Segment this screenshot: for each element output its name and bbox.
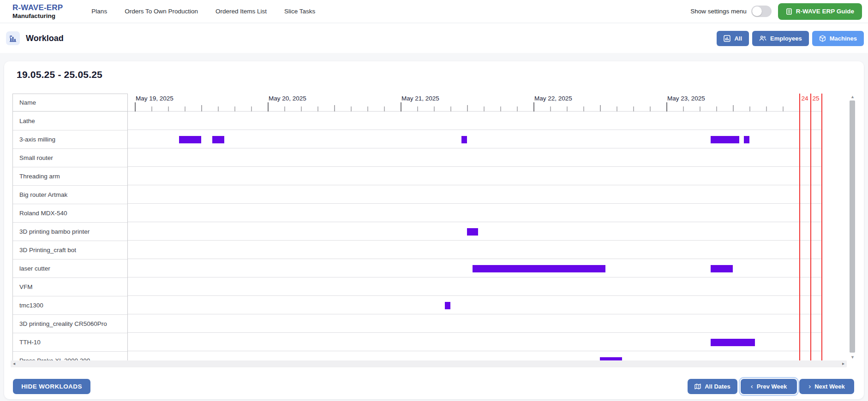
timeline-tick [716,106,717,112]
cube-icon [819,35,826,42]
scroll-down-arrow[interactable]: ▼ [848,355,857,360]
timeline-tick [367,106,368,112]
timeline-row [128,314,822,333]
timeline-row [128,148,822,167]
timeline-tick [517,106,518,112]
nav-item-orders-to-own-production[interactable]: Orders To Own Production [125,8,198,15]
view-button-machines[interactable]: Machines [812,31,864,46]
hide-workloads-button[interactable]: HIDE WORKLOADS [13,379,90,394]
brand-title: R-WAVE-ERP [12,3,63,12]
timeline-tick [201,105,202,112]
timeline-row [128,112,822,130]
horizontal-scrollbar[interactable]: ◂ ▸ [11,360,847,367]
timeline-tick [251,106,252,112]
timeline-tick [583,106,584,112]
erp-guide-button[interactable]: R-WAVE ERP Guide [778,3,862,20]
gantt-chart: Name Lathe3-axis millingSmall routerThre… [12,94,857,360]
gantt-bar[interactable] [445,302,450,309]
date-range-heading: 19.05.25 - 25.05.25 [17,69,102,80]
timeline-tick [135,102,136,112]
gantt-bar[interactable] [711,339,755,346]
nav-item-plans[interactable]: Plans [91,8,107,15]
timeline-tick [666,102,667,112]
nav-item-ordered-items-list[interactable]: Ordered Items List [216,8,267,15]
gantt-bar[interactable] [473,265,605,272]
prev-week-label: Prev Week [757,383,787,390]
gantt-bar[interactable] [744,136,749,143]
name-column-header: Name [13,94,127,112]
book-icon [786,8,792,15]
workload-toolbar: Workload AllEmployeesMachines [0,24,868,53]
erp-guide-button-label: R-WAVE ERP Guide [796,8,854,15]
timeline-tick [467,105,468,112]
gantt-bar[interactable] [711,136,739,143]
chevron-left-icon: ‹ [751,383,753,389]
next-week-button[interactable]: › Next Week [799,379,854,394]
prev-week-button[interactable]: ‹ Prev Week [741,379,797,394]
timeline-day-label: May 22, 2025 [534,95,572,102]
page-title: Workload [26,34,64,43]
scroll-right-arrow[interactable]: ▸ [842,361,844,366]
hide-workloads-label: HIDE WORKLOADS [21,383,82,390]
vertical-scrollbar-thumb[interactable] [850,100,855,353]
all-dates-button[interactable]: All Dates [688,379,737,394]
timeline-tick [533,102,534,112]
settings-toggle[interactable] [751,6,772,17]
timeline-tick [500,106,501,112]
nav-right: Show settings menu R-WAVE ERP Guide [690,3,862,20]
weekend-day-label: 25 [810,95,821,102]
view-switcher: AllEmployeesMachines [717,31,864,46]
vertical-scrollbar[interactable]: ▲ ▼ [848,94,857,360]
top-nav: R-WAVE-ERP Manufacturing PlansOrders To … [0,0,868,23]
machine-row-label: Big router Artmak [13,186,127,204]
weekend-divider [799,94,800,360]
view-button-label: Machines [830,35,857,42]
timeline-tick [151,106,152,112]
machine-row-label: Press Brake XL 2000 200 [13,352,127,360]
gantt-bar[interactable] [600,357,622,360]
timeline-tick [417,106,418,112]
timeline-tick [218,106,219,112]
gantt-bar[interactable] [212,136,224,143]
settings-toggle-label: Show settings menu [690,8,747,15]
timeline-tick [567,106,568,112]
timeline-tick [550,106,551,112]
machine-row-label: 3D printing bambo printer [13,223,127,241]
timeline-tick [234,106,235,112]
timeline-day-label: May 21, 2025 [401,95,439,102]
scroll-left-arrow[interactable]: ◂ [13,361,15,366]
machine-row-label: 3D printing_creality CR5060Pro [13,315,127,333]
timeline-tick [749,106,750,112]
weekend-divider [821,94,822,360]
timeline-tick [733,105,734,112]
timeline-tick [650,106,651,112]
nav-links: PlansOrders To Own ProductionOrdered Ite… [91,8,315,15]
timeline-tick [401,102,401,112]
timeline-tick [185,106,186,112]
timeline-day-label: May 23, 2025 [667,95,705,102]
machine-row-label: TTH-10 [13,333,127,352]
bar-chart-icon [724,35,730,42]
timeline-row [128,351,822,360]
timeline-row [128,241,822,259]
weekend-day-label: 24 [799,95,810,102]
scroll-up-arrow[interactable]: ▲ [848,94,857,99]
map-icon [694,383,701,389]
gantt-bar[interactable] [179,136,201,143]
view-button-label: All [734,35,742,42]
gantt-bar[interactable] [467,228,478,236]
next-week-label: Next Week [814,383,845,390]
timeline-tick [700,106,700,112]
brand-subtitle: Manufacturing [12,12,63,20]
nav-item-slice-tasks[interactable]: Slice Tasks [284,8,315,15]
machine-row-label: Threading arm [13,167,127,186]
timeline-tick [317,106,318,112]
timeline-tick [168,106,169,112]
view-button-employees[interactable]: Employees [752,31,809,46]
gantt-bar[interactable] [711,265,733,272]
workload-card: 19.05.25 - 25.05.25 Name Lathe3-axis mil… [4,61,864,399]
view-button-all[interactable]: All [717,31,749,46]
timeline-tick [783,106,784,112]
brand-logo[interactable]: R-WAVE-ERP Manufacturing [12,3,63,19]
gantt-bar[interactable] [461,136,467,143]
